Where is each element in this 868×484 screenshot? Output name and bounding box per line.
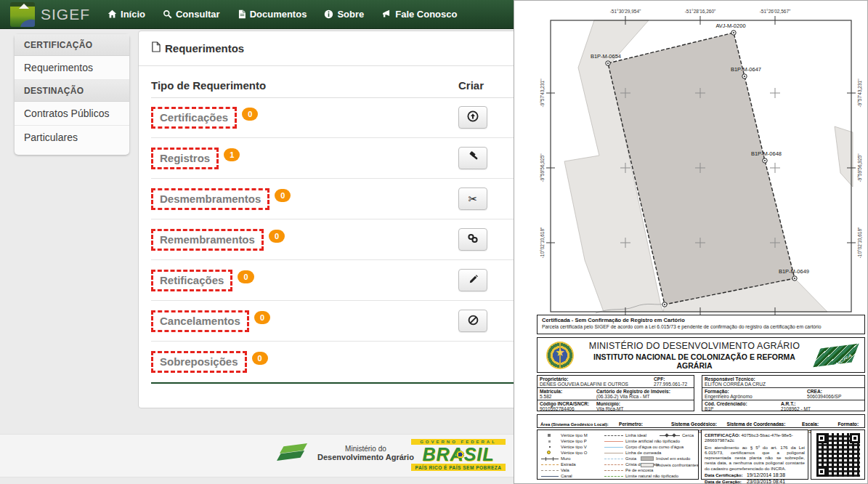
mda-logo: Ministério do Desenvolvimento Agrário [280, 443, 414, 462]
count-badge: 0 [269, 230, 285, 243]
field-label: Cód. Credenciado: [705, 401, 776, 406]
pencil-icon [468, 274, 479, 287]
parcel-metrics-box: Área (Sistema Geodésico Local):9847,4169… [537, 414, 865, 428]
nav-item-documentos[interactable]: Documentos [238, 9, 307, 20]
legend-label: Limite natural não tipificado [625, 474, 678, 478]
create-registro-button[interactable] [458, 147, 487, 169]
nav-item-inicio[interactable]: Início [108, 9, 145, 20]
legend-label: Vértice tipo P [561, 439, 587, 443]
field-value: 9010592784406 [540, 406, 592, 411]
legend-label: Limite artificial não tipificado [625, 439, 680, 443]
legend-label: Vala [561, 468, 569, 472]
sidebar-header-certificacao: CERTIFICAÇÃO [15, 34, 129, 56]
qr-code [816, 433, 860, 477]
latitude-label: -9°59'56,925" [540, 153, 545, 182]
field-label: CPF: [654, 376, 691, 382]
longitude-label: -51°30'29,954" [610, 9, 641, 14]
legend-label: Pé de encosta [625, 468, 653, 472]
gavel-icon [467, 151, 479, 165]
create-certificacao-button[interactable] [458, 106, 487, 129]
metric-label: Perímetro: [619, 422, 643, 427]
longitude-label: -51°26'02,567" [760, 9, 791, 14]
vertex-label: AVJ-M-0200 [715, 23, 745, 29]
parcel-map: -51°30'29,954" -51°28'16,260" -51°26'02,… [514, 1, 868, 320]
count-badge: 0 [252, 352, 268, 365]
create-cancelamento-button[interactable] [458, 310, 487, 332]
metric-label: Sistema Geodésico: [671, 422, 717, 427]
sobreposicoes-link[interactable]: Sobreposições [151, 351, 247, 373]
legend-label: Linha ideal [625, 433, 646, 437]
field-label: Município: [596, 401, 691, 406]
create-remembramento-button[interactable] [458, 228, 487, 251]
vertex-label: B1P-M-0649 [779, 268, 809, 275]
field-label: Matricula: [540, 389, 592, 394]
field-value: ELITON CORRÊA DA CRUZ [705, 382, 862, 387]
sidebar-item-contratos-publicos[interactable]: Contratos Públicos [15, 102, 129, 126]
field-label: CREA: [807, 389, 862, 394]
certification-details-box: CERTIFICAÇÃO: 4075bc3-5bac-47fe-98e5-286… [701, 429, 808, 480]
legend-label: Linha de cumeada [625, 451, 661, 455]
status-title: Certificada - Sem Confirmação de Registr… [542, 317, 860, 323]
legend-label: Grota [625, 456, 636, 461]
longitude-label: -51°28'16,260" [685, 9, 716, 14]
certification-label: CERTIFICAÇÃO: [705, 432, 740, 437]
date-value: 23/03/2015 08:41 [747, 479, 785, 484]
date-label: Data Certificação: [705, 472, 747, 477]
legend-label: Imóveis confrontantes [656, 463, 699, 467]
latitude-label: -10°02'10,618" [857, 227, 862, 258]
incra-logo: INCRA [815, 344, 857, 366]
cancelamentos-link[interactable]: Cancelamentos [151, 310, 249, 332]
date-label: Data de Geração: [705, 479, 747, 484]
sidebar-item-particulares[interactable]: Particulares [15, 126, 129, 150]
legend-label: Estrada [561, 462, 576, 467]
create-retificacao-button[interactable] [458, 269, 487, 291]
desmembramentos-link[interactable]: Desmembramentos [151, 188, 269, 210]
count-badge: 1 [224, 148, 240, 161]
retificacoes-link[interactable]: Retificações [151, 270, 232, 291]
sidebar-item-requerimentos[interactable]: Requerimentos [15, 56, 129, 80]
sidebar: CERTIFICAÇÃO Requerimentos DESTINAÇÃO Co… [15, 34, 129, 155]
legend-label: Cerca [682, 433, 694, 437]
column-header-criar: Criar [458, 79, 484, 92]
certificacoes-link[interactable]: Certificações [151, 107, 237, 129]
legend-label: Vértice tipo O [561, 451, 587, 455]
metric-label: Sistema de Coordenadas: [727, 422, 786, 427]
field-label: Proprietário: [540, 376, 649, 382]
nav-item-consultar[interactable]: Consultar [163, 9, 220, 20]
metric-label: Área (Sistema Geodésico Local): [540, 422, 609, 427]
nav-item-sobre[interactable]: Sobre [324, 9, 364, 20]
field-label: Responsável Técnico: [705, 376, 862, 382]
legend-label: Imóvel em estudo [656, 456, 690, 461]
count-badge: 0 [238, 270, 253, 283]
metric-label: Formato: [838, 422, 859, 427]
technician-info-box: Responsável Técnico:ELITON CORRÊA DA CRU… [702, 375, 865, 411]
field-value: 5.582 [540, 394, 592, 399]
brazil-flag-icon [456, 451, 464, 459]
count-badge: 0 [242, 108, 258, 121]
home-icon [108, 9, 117, 19]
date-value: 19/12/2014 18:38 [747, 472, 785, 477]
legend-label: Muro [561, 456, 571, 461]
nav-item-fale-conosco[interactable]: Fale Conosco [381, 9, 457, 20]
ministry-header-box: ★ MINISTÉRIO DO DESENVOLVIMENTO AGRÁRIO … [537, 337, 865, 373]
ministry-title: MINISTÉRIO DO DESENVOLVIMENTO AGRÁRIO [577, 341, 812, 351]
qr-code-box [811, 429, 865, 480]
upload-circle-icon [467, 110, 479, 124]
megaphone-icon [381, 9, 392, 19]
vertex-label: B1P-M-0647 [731, 66, 761, 73]
map-legend-box: Vértice tipo M Vértice tipo P Vértice ti… [537, 429, 699, 480]
institute-title: INSTITUTO NACIONAL DE COLONIZAÇÃO E REFO… [577, 352, 812, 370]
field-value: 2108962 - MT [781, 406, 862, 411]
certification-status-box: Certificada - Sem Confirmação de Registr… [537, 315, 865, 334]
info-icon [324, 9, 333, 19]
latitude-label: -9°57'43,231" [857, 78, 862, 108]
legend-label: Vértice tipo M [561, 433, 588, 437]
field-value: (06.336-2) Vila Rica - MT [596, 394, 691, 399]
create-desmembramento-button[interactable]: ✂ [458, 187, 487, 210]
vertex-label: B1P-M-0654 [591, 53, 621, 60]
count-badge: 0 [275, 189, 291, 202]
registros-link[interactable]: Registros [151, 148, 219, 169]
remembramentos-link[interactable]: Remembramentos [151, 229, 264, 251]
sigef-logo [10, 2, 35, 27]
metric-label: Escala: [802, 422, 819, 427]
